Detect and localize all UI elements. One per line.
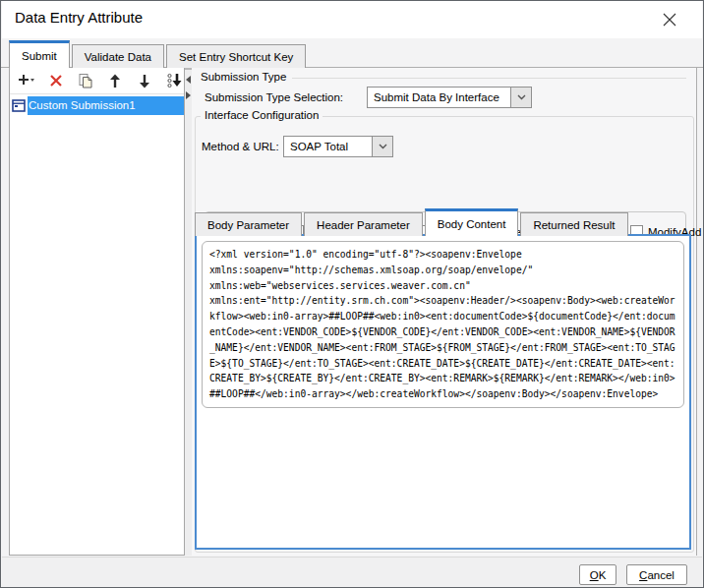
submission-list-panel: Custom Submission1 [9,67,185,556]
data-entry-attribute-dialog: Data Entry Attribute Submit Validate Dat… [0,0,704,588]
submission-type-group-label: Submission Type [201,71,292,83]
chevron-down-icon[interactable] [510,88,531,107]
parameter-tab-strip: Body Parameter Header Parameter Body Con… [195,208,630,236]
collapse-left-icon[interactable] [186,76,191,84]
tab-returned-result[interactable]: Returned Result [520,212,627,236]
collapse-right-icon[interactable] [186,91,191,99]
body-content-text: <?xml version="1.0" encoding="utf-8"?><s… [209,247,676,402]
footer-bar: OK Cancel [2,557,702,588]
close-icon[interactable] [653,7,686,32]
submission-type-select[interactable]: Submit Data By Interface [367,87,532,108]
submit-tab-page: Custom Submission1 Submission Type Submi… [2,68,702,557]
move-down-icon[interactable] [136,72,153,89]
method-url-select-value: SOAP Total [284,137,372,156]
submission-type-selection-label: Submission Type Selection: [205,91,343,103]
list-item-label: Custom Submission1 [28,96,184,115]
split-pane-divider[interactable] [185,67,192,556]
interface-configuration-label: Interface Configuration [201,109,323,121]
tab-body-content[interactable]: Body Content [425,208,519,236]
submission-detail-panel: Submission Type Submission Type Selectio… [192,67,697,556]
method-url-label: Method & URL: [202,141,279,152]
main-tab-strip: Submit Validate Data Set Entry Shortcut … [9,40,308,68]
body-content-textarea[interactable]: <?xml version="1.0" encoding="utf-8"?><s… [202,241,684,408]
titlebar: Data Entry Attribute [2,1,702,38]
dialog-title: Data Entry Attribute [15,9,143,26]
tab-set-entry-shortcut-key[interactable]: Set Entry Shortcut Key [166,44,306,68]
chevron-down-icon[interactable] [372,137,392,156]
cancel-button[interactable]: Cancel [626,564,687,585]
list-item[interactable]: Custom Submission1 [10,95,184,116]
add-icon[interactable] [18,72,35,89]
submission-list: Custom Submission1 [10,94,184,116]
tab-header-parameter[interactable]: Header Parameter [304,212,423,236]
copy-icon[interactable] [77,72,94,89]
move-to-bottom-icon[interactable] [165,72,183,89]
submission-item-icon [10,98,28,113]
delete-icon[interactable] [47,72,65,89]
ok-button[interactable]: OK [579,564,616,585]
method-url-select[interactable]: SOAP Total [283,136,393,157]
submission-type-select-value: Submit Data By Interface [368,88,510,107]
group-rule [292,78,686,79]
list-toolbar [10,68,184,94]
tab-submit[interactable]: Submit [9,40,70,68]
submission-type-group: Submission Type [201,71,686,83]
move-up-icon[interactable] [106,72,124,89]
body-content-panel: <?xml version="1.0" encoding="utf-8"?><s… [195,234,691,550]
tab-validate-data[interactable]: Validate Data [72,44,164,68]
tab-body-parameter[interactable]: Body Parameter [195,212,302,236]
